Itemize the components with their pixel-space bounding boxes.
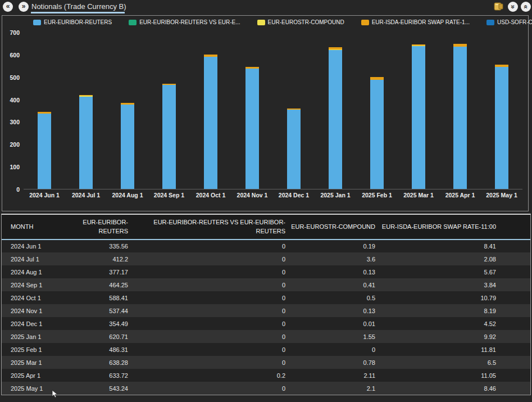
nav-back-button[interactable]: «	[3, 2, 13, 12]
table-row[interactable]: 2024 Oct 1588.4100.510.79	[2, 291, 530, 304]
row-spacer	[496, 240, 530, 252]
table-row[interactable]: 2024 Dec 1354.4900.014.52	[2, 317, 530, 330]
table-row[interactable]: 2025 Mar 1638.2800.786.5	[2, 356, 530, 369]
bar-column	[190, 33, 231, 189]
column-header[interactable]: EUR-ISDA-EURIBOR SWAP RATE-11:00	[375, 215, 496, 240]
value-cell: 0	[128, 356, 285, 369]
double-chevron-right-icon: »	[22, 3, 26, 10]
legend-label: EUR-EURIBOR-REUTERS VS EUR-E...	[139, 19, 240, 25]
stacked-bar[interactable]	[121, 103, 134, 189]
collapse-down-button[interactable]: »	[508, 2, 518, 12]
bar-segment	[370, 80, 384, 189]
y-axis: 0100200300400500600700	[2, 33, 21, 189]
month-cell: 2025 Jan 1	[2, 330, 78, 343]
value-cell: 0	[128, 265, 285, 278]
x-axis-label: 2024 Nov 1	[231, 192, 273, 198]
value-cell: 588.41	[78, 291, 128, 304]
x-axis-label: 2024 Dec 1	[273, 192, 315, 198]
value-cell: 0	[128, 304, 285, 317]
legend-item[interactable]: EUR-EUROSTR-COMPOUND	[257, 19, 344, 25]
legend-item[interactable]: USD-SOFR-COMPOUND	[486, 19, 532, 25]
tab-active-underline	[31, 12, 125, 13]
stacked-bar[interactable]	[204, 55, 217, 189]
value-cell: 10.79	[375, 291, 496, 304]
bar-segment	[495, 67, 508, 189]
month-cell: 2025 Feb 1	[2, 343, 78, 356]
value-cell: 0	[128, 240, 285, 252]
table-row[interactable]: 2024 Sep 1464.2500.413.84	[2, 278, 530, 291]
table-row[interactable]: 2024 Jun 1335.5600.198.41	[2, 240, 530, 252]
column-header[interactable]: EUR-EUROSTR-COMPOUND	[285, 215, 375, 240]
value-cell: 354.49	[78, 317, 128, 330]
table-row[interactable]: 2025 May 1543.2402.18.46	[2, 382, 530, 395]
month-cell: 2024 Oct 1	[2, 291, 78, 304]
column-header[interactable]: EUR-EURIBOR-REUTERS VS EUR-EURIBOR-REUTE…	[128, 215, 285, 240]
notionals-table: MONTHEUR-EURIBOR-REUTERSEUR-EURIBOR-REUT…	[2, 215, 530, 395]
mouse-cursor	[52, 390, 58, 401]
value-cell: 486.31	[78, 343, 128, 356]
folder-button[interactable]	[494, 2, 504, 11]
stacked-bar[interactable]	[495, 65, 508, 189]
column-header[interactable]: EUR-EURIBOR-REUTERS	[78, 215, 128, 240]
legend-label: EUR-ISDA-EURIBOR SWAP RATE-1...	[372, 19, 470, 25]
bar-column	[24, 33, 65, 189]
value-cell: 464.25	[78, 278, 128, 291]
bar-segment	[204, 57, 217, 189]
value-cell: 2.08	[375, 252, 496, 265]
table-row[interactable]: 2024 Jul 1412.203.62.08	[2, 252, 530, 265]
stacked-bar[interactable]	[38, 112, 51, 189]
y-axis-tick: 200	[10, 141, 20, 148]
top-bar: « » Notionals (Trade Currency B) » «	[0, 0, 532, 15]
stacked-bar[interactable]	[245, 67, 259, 189]
value-cell: 0	[285, 343, 375, 356]
value-cell: 3.6	[285, 252, 375, 265]
value-cell: 8.19	[375, 304, 496, 317]
stacked-bar[interactable]	[287, 109, 301, 189]
legend-item[interactable]: EUR-EURIBOR-REUTERS	[33, 19, 112, 25]
value-cell: 537.44	[78, 304, 128, 317]
row-spacer	[496, 252, 530, 265]
stacked-bar[interactable]	[329, 47, 342, 189]
value-cell: 0	[128, 252, 285, 265]
legend-item[interactable]: EUR-EURIBOR-REUTERS VS EUR-E...	[129, 19, 240, 25]
stacked-bar[interactable]	[370, 77, 384, 189]
month-cell: 2024 Dec 1	[2, 317, 78, 330]
nav-forward-button[interactable]: »	[19, 2, 29, 12]
value-cell: 0.13	[285, 304, 375, 317]
bar-column	[439, 33, 481, 189]
row-spacer	[496, 343, 530, 356]
table-row[interactable]: 2025 Apr 1633.720.22.1111.05	[2, 369, 530, 382]
table-row[interactable]: 2024 Nov 1537.4400.138.19	[2, 304, 530, 317]
value-cell: 2.11	[285, 369, 375, 382]
x-axis-label: 2025 Jan 1	[315, 192, 356, 198]
legend-item[interactable]: EUR-ISDA-EURIBOR SWAP RATE-1...	[361, 19, 470, 25]
notionals-table-panel: MONTHEUR-EURIBOR-REUTERSEUR-EURIBOR-REUT…	[1, 214, 531, 395]
value-cell: 2.1	[285, 382, 375, 395]
stacked-bar[interactable]	[453, 44, 467, 189]
app-window: { "topbar": { "back_icon": "«", "forward…	[0, 0, 532, 402]
value-cell: 9.92	[375, 330, 496, 343]
row-spacer	[496, 356, 530, 369]
tab-notionals[interactable]: Notionals (Trade Currency B)	[31, 1, 126, 15]
table-row[interactable]: 2024 Aug 1377.1700.135.67	[2, 265, 530, 278]
table-row[interactable]: 2025 Jan 1620.7101.559.92	[2, 330, 530, 343]
value-cell: 0.78	[285, 356, 375, 369]
month-cell: 2025 Mar 1	[2, 356, 78, 369]
column-header[interactable]: MONTH	[2, 215, 78, 240]
bar-column	[273, 33, 315, 189]
value-cell: 5.67	[375, 265, 496, 278]
y-axis-tick: 100	[10, 164, 20, 170]
stacked-bar[interactable]	[79, 95, 93, 189]
month-cell: 2024 Nov 1	[2, 304, 78, 317]
value-cell: 4.52	[375, 317, 496, 330]
stacked-bar[interactable]	[162, 84, 176, 189]
table-row[interactable]: 2025 Feb 1486.310011.81	[2, 343, 530, 356]
value-cell: 0.41	[285, 278, 375, 291]
row-spacer	[496, 369, 530, 382]
value-cell: 543.24	[78, 382, 128, 395]
collapse-up-button[interactable]: «	[521, 2, 531, 12]
y-axis-tick: 0	[16, 186, 20, 193]
value-cell: 11.81	[375, 343, 496, 356]
stacked-bar[interactable]	[412, 44, 425, 189]
double-chevron-left-icon: «	[6, 3, 10, 10]
